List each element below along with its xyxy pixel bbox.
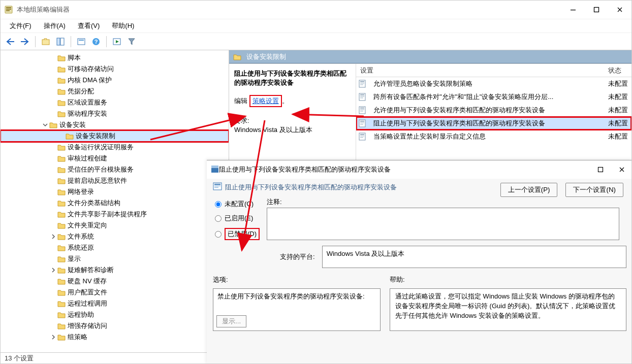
platform-value: Windows Vista 及以上版本 (327, 250, 405, 257)
help-text: 通过此策略设置，您可以指定 Windows 阻止安装 Windows 的驱动程序… (395, 292, 615, 319)
radio-disabled[interactable]: 已禁用(D) (215, 228, 260, 240)
platform-value-box: Windows Vista 及以上版本 (322, 246, 626, 268)
close-button[interactable] (608, 1, 631, 19)
policy-row-label: 当策略设置禁止安装时显示自定义信息 (369, 132, 603, 141)
comment-textarea[interactable] (267, 208, 619, 240)
funnel-icon-1[interactable] (75, 35, 88, 48)
dialog-nav-buttons: 上一个设置(P) 下一个设置(N) (500, 183, 623, 197)
svg-rect-28 (360, 122, 364, 123)
tree-item[interactable]: 增强存储访问 (1, 320, 229, 332)
tree-item[interactable]: 受信任的平台模块服务 (1, 164, 229, 175)
policy-row[interactable]: 跨所有设备匹配条件对"允许"和"阻止"设备安装策略应用分层...未配置 (356, 90, 631, 104)
tree-item-label: 脚本 (68, 53, 81, 62)
tree-item[interactable]: 硬盘 NV 缓存 (1, 276, 229, 287)
window-buttons (561, 1, 631, 19)
radio-not-configured[interactable]: 未配置(C) (215, 200, 260, 209)
tree-item[interactable]: 驱动程序安装 (1, 108, 229, 119)
policy-row[interactable]: 允许管理员忽略设备安装限制策略未配置 (356, 77, 631, 90)
minimize-button[interactable] (561, 1, 585, 19)
tree-item[interactable]: 远程过程调用 (1, 298, 229, 309)
policy-row[interactable]: 阻止使用与下列设备安装程序类相匹配的驱动程序安装设备未配置 (356, 117, 631, 130)
policy-row[interactable]: 当策略设置禁止安装时显示自定义信息未配置 (356, 130, 631, 143)
tree-item[interactable]: 脚本 (1, 52, 229, 63)
chevron-right-icon[interactable] (49, 234, 57, 239)
svg-rect-7 (57, 38, 60, 45)
svg-rect-40 (214, 187, 218, 188)
col-state[interactable]: 状态 (606, 66, 631, 75)
tree-item[interactable]: 文件分类基础结构 (1, 197, 229, 209)
tree-item[interactable]: 区域设置服务 (1, 97, 229, 108)
dialog-icon (211, 165, 219, 175)
svg-rect-36 (598, 168, 603, 172)
toolbar-separator (71, 36, 71, 47)
help-button[interactable]: ? (89, 35, 103, 48)
run-button[interactable] (110, 35, 123, 48)
up-level-button[interactable] (39, 35, 52, 48)
tree-item[interactable]: 文件系统 (1, 231, 229, 242)
policy-row-label: 跨所有设备匹配条件对"允许"和"阻止"设备安装策略应用分层... (369, 92, 603, 102)
tree-item[interactable]: 设备安装 (1, 119, 229, 130)
tree-item[interactable]: 远程协助 (1, 309, 229, 320)
tree-item-label: 文件夹重定向 (68, 221, 107, 230)
radio-not-configured-input[interactable] (215, 201, 222, 208)
forward-button[interactable] (18, 35, 31, 48)
col-setting[interactable]: 设置 (356, 66, 606, 75)
tree-item[interactable]: 可移动存储访问 (1, 63, 229, 75)
policy-row-label: 阻止使用与下列设备安装程序类相匹配的驱动程序安装设备 (369, 119, 603, 128)
menu-action[interactable]: 操作(A) (38, 20, 72, 32)
chevron-right-icon[interactable] (49, 268, 57, 273)
tree-item[interactable]: 设备运行状况证明服务 (1, 142, 229, 153)
chevron-down-icon[interactable] (41, 122, 49, 127)
next-setting-button[interactable]: 下一个设置(N) (565, 183, 623, 197)
tree-item-label: 凭据分配 (68, 87, 94, 96)
app-icon (5, 6, 13, 14)
svg-rect-17 (360, 84, 363, 85)
funnel-filter-button[interactable] (125, 35, 138, 48)
menu-view[interactable]: 查看(V) (72, 20, 106, 32)
svg-rect-34 (211, 168, 218, 173)
radio-disabled-input[interactable] (215, 231, 222, 238)
tree-item[interactable]: 提前启动反恶意软件 (1, 175, 229, 186)
tree-item-label: 设备运行状况证明服务 (68, 143, 134, 152)
tree-item[interactable]: 审核过程创建 (1, 153, 229, 164)
tree-item[interactable]: 用户配置文件 (1, 287, 229, 298)
menu-help[interactable]: 帮助(H) (106, 20, 140, 32)
toolbar: ? (1, 33, 631, 50)
tree-item[interactable]: 组策略 (1, 332, 229, 343)
tree[interactable]: 脚本可移动存储访问内核 DMA 保护凭据分配区域设置服务驱动程序安装设备安装设备… (1, 50, 229, 352)
tree-item[interactable]: 疑难解答和诊断 (1, 264, 229, 276)
tree-item[interactable]: 设备安装限制 (1, 130, 229, 142)
tree-item[interactable]: 网络登录 (1, 186, 229, 197)
tree-item[interactable]: 文件共享影子副本提供程序 (1, 209, 229, 220)
options-label: 选项: (213, 276, 228, 283)
tree-item-label: 审核过程创建 (68, 154, 107, 163)
dialog-row-config: 未配置(C) 已启用(E) 已禁用(D) 注释: (207, 194, 632, 243)
show-hide-tree-button[interactable] (54, 35, 67, 48)
menu-file[interactable]: 文件(F) (4, 20, 38, 32)
maximize-button[interactable] (585, 1, 608, 19)
dialog-close-button[interactable] (611, 160, 632, 179)
dialog-maximize-button[interactable] (590, 160, 611, 179)
show-button[interactable]: 显示... (216, 315, 246, 327)
policy-row[interactable]: 允许使用与下列设备安装程序类相匹配的驱动程序安装设备未配置 (356, 104, 631, 117)
state-radio-group: 未配置(C) 已启用(E) 已禁用(D) (213, 197, 260, 240)
svg-rect-6 (42, 40, 49, 45)
dialog-titlebar: 阻止使用与下列设备安装程序类相匹配的驱动程序安装设备 (207, 160, 632, 179)
svg-rect-19 (360, 94, 364, 95)
prev-setting-button[interactable]: 上一个设置(P) (500, 183, 558, 197)
folder-icon (57, 110, 66, 118)
policy-settings-link[interactable]: 策略设置 (249, 95, 282, 107)
policy-list[interactable]: 允许管理员忽略设备安装限制策略未配置跨所有设备匹配条件对"允许"和"阻止"设备安… (356, 77, 631, 143)
chevron-right-icon[interactable] (49, 335, 57, 340)
tree-item[interactable]: 内核 DMA 保护 (1, 75, 229, 86)
back-button[interactable] (4, 35, 17, 48)
tree-item[interactable]: 系统还原 (1, 242, 229, 253)
policy-icon (358, 119, 366, 127)
policy-row-state: 未配置 (606, 79, 631, 88)
tree-item[interactable]: 凭据分配 (1, 86, 229, 97)
requirements-label: 要求: (234, 116, 351, 125)
tree-item[interactable]: 文件夹重定向 (1, 220, 229, 231)
radio-enabled[interactable]: 已启用(E) (215, 214, 260, 223)
tree-item[interactable]: 显示 (1, 253, 229, 264)
radio-enabled-input[interactable] (215, 215, 222, 222)
